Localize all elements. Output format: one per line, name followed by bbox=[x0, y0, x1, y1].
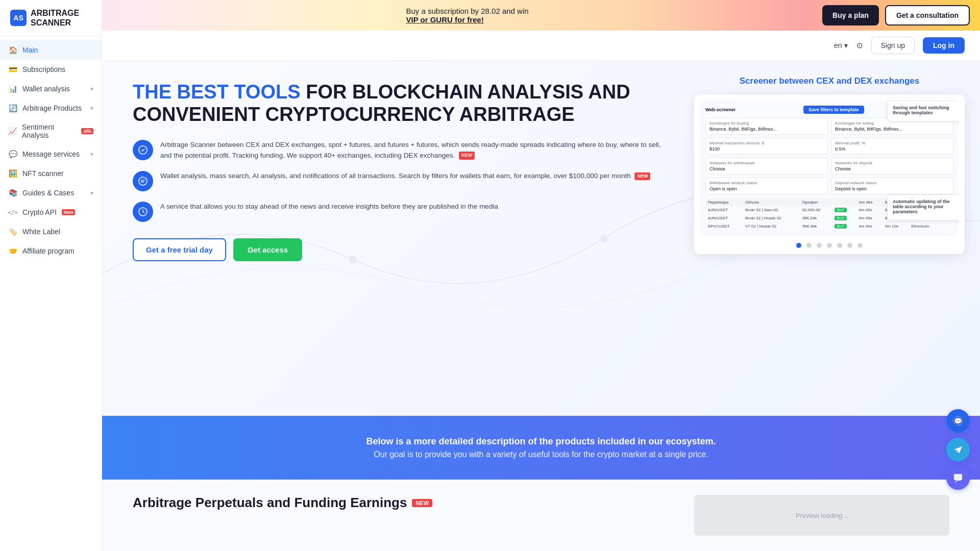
new-badge-feature1: NEW bbox=[459, 152, 475, 160]
carousel-dot-5[interactable] bbox=[837, 243, 842, 248]
cell-time1-3: 4m 40s bbox=[856, 222, 883, 231]
main-content: Buy a subscription by 28.02 and win VIP … bbox=[102, 0, 980, 551]
signup-button[interactable]: Sign up bbox=[871, 37, 915, 54]
sidebar-item-main[interactable]: 🏠 Main bbox=[0, 40, 102, 60]
sidebar-item-affiliate[interactable]: 🤝 Affiliate program bbox=[0, 241, 102, 261]
settings-icon[interactable]: ⚙ bbox=[856, 41, 863, 51]
logo-text-line1: ARBITRAGE bbox=[31, 8, 79, 18]
home-icon: 🏠 bbox=[8, 45, 17, 55]
sidebar-label-white-label: White Label bbox=[22, 228, 60, 236]
chat-fab[interactable] bbox=[946, 466, 970, 490]
feature-item-3: A service that allows you to stay ahead … bbox=[133, 202, 674, 222]
th-pair: Пара/пара bbox=[705, 198, 743, 206]
chevron-down-icon-msg: ▾ bbox=[90, 151, 93, 158]
chevron-lang-icon: ▾ bbox=[844, 41, 848, 49]
sidebar-label-arbitrage: Arbitrage Products bbox=[22, 104, 82, 112]
cell-exchanges-3: V7 02 | Husdx 02 bbox=[743, 222, 800, 231]
nft-icon: 🖼️ bbox=[8, 169, 17, 178]
banner-link[interactable]: VIP or GURU for free! bbox=[406, 15, 483, 24]
white-label-icon: 🏷️ bbox=[8, 227, 17, 236]
access-button[interactable]: Get access bbox=[233, 238, 302, 261]
alfa-badge: alfa bbox=[81, 128, 93, 134]
screener-inner: Web-screener Save filters to template Te… bbox=[700, 101, 959, 236]
blue-banner: Below is a more detailed description of … bbox=[102, 416, 980, 480]
sidebar-label-guides: Guides & Cases bbox=[22, 189, 74, 197]
feature-icon-1 bbox=[133, 140, 153, 160]
hero-title-highlight: THE BEST TOOLS bbox=[133, 81, 301, 103]
new-badge-api: New bbox=[62, 209, 76, 215]
sidebar-item-nft-scanner[interactable]: 🖼️ NFT scanner bbox=[0, 164, 102, 183]
sidebar: AS ARBITRAGE SCANNER 🏠 Main 💳 Subscripti… bbox=[0, 0, 102, 551]
affiliate-icon: 🤝 bbox=[8, 246, 17, 256]
language-selector[interactable]: en ▾ bbox=[834, 41, 848, 49]
consultation-button[interactable]: Get a consultation bbox=[885, 5, 970, 26]
feature-list: Arbitrage Scanner between CEX and DEX ex… bbox=[133, 140, 674, 222]
cell-pair-2: AJN/USDT bbox=[705, 214, 743, 222]
logo-text-line2: SCANNER bbox=[31, 18, 79, 28]
carousel-dot-1[interactable] bbox=[796, 243, 801, 248]
carousel-dot-6[interactable] bbox=[847, 243, 852, 248]
screener-title: Screener between CEX and DEX exchanges bbox=[740, 76, 919, 86]
hero-section: THE BEST TOOLS FOR BLOCKCHAIN ANALYSIS A… bbox=[102, 61, 980, 416]
sidebar-nav: 🏠 Main 💳 Subscriptions 📊 Wallet analysis… bbox=[0, 36, 102, 551]
chevron-down-icon-arb: ▾ bbox=[90, 105, 93, 112]
sidebar-label-messages: Message services bbox=[22, 150, 80, 158]
sidebar-item-guides[interactable]: 📚 Guides & Cases ▾ bbox=[0, 183, 102, 203]
cell-network-3: Ethereum bbox=[909, 222, 953, 231]
cell-pair: AJN/USDT bbox=[705, 206, 743, 214]
arb-new-badge: NEW bbox=[412, 499, 432, 507]
sidebar-item-crypto-api[interactable]: </> Crypto API New bbox=[0, 203, 102, 222]
filter-min-profit: Minimal profit, % 0.5% bbox=[831, 138, 953, 155]
chevron-down-icon: ▾ bbox=[90, 86, 93, 92]
hero-right: Screener between CEX and DEX exchanges W… bbox=[694, 61, 980, 416]
trial-button[interactable]: Get a free trial day bbox=[133, 238, 226, 261]
buy-badge-3: BUY bbox=[835, 224, 847, 229]
svg-text:AS: AS bbox=[13, 14, 23, 22]
blue-banner-title: Below is a more detailed description of … bbox=[133, 436, 949, 447]
cell-exchanges: Brokr 02 | Sam-02 bbox=[743, 206, 800, 214]
svg-text:💬: 💬 bbox=[954, 417, 963, 425]
arbitrage-section: Arbitrage Perpetuals and Funding Earning… bbox=[102, 480, 980, 551]
feature-icon-3 bbox=[133, 202, 153, 222]
sentiment-icon: 📈 bbox=[8, 127, 17, 136]
wallet-icon: 📊 bbox=[8, 84, 17, 93]
sidebar-label-wallet: Wallet analysis bbox=[22, 85, 70, 93]
carousel-dots bbox=[700, 243, 959, 248]
telegram-fab[interactable] bbox=[946, 438, 970, 461]
cell-pair-3: EPIC/USDT bbox=[705, 222, 743, 231]
logo-icon: AS bbox=[10, 10, 27, 26]
sidebar-item-sentiment[interactable]: 📈 Sentiment Analysis alfa bbox=[0, 118, 102, 144]
arb-title: Arbitrage Perpetuals and Funding Earning… bbox=[133, 495, 674, 511]
buy-plan-button[interactable]: Buy a plan bbox=[822, 5, 879, 26]
filter-withdraw-status: Withdrawal network status Open is open bbox=[705, 178, 828, 194]
new-badge-feature2: NEW bbox=[634, 172, 650, 181]
sidebar-item-arbitrage-products[interactable]: 🔄 Arbitrage Products ▾ bbox=[0, 98, 102, 118]
cell-profit: 92,000.00 bbox=[800, 206, 832, 214]
table-row: EPIC/USDT V7 02 | Husdx 02 568.38k BUY 4… bbox=[705, 222, 953, 231]
sidebar-label-affiliate: Affiliate program bbox=[22, 247, 75, 255]
page-header: en ▾ ⚙ Sign up Log in bbox=[102, 31, 980, 61]
blue-banner-subtitle: Our goal is to provide you with a variet… bbox=[133, 450, 949, 459]
sidebar-item-message-services[interactable]: 💬 Message services ▾ bbox=[0, 144, 102, 164]
sidebar-item-subscriptions[interactable]: 💳 Subscriptions bbox=[0, 60, 102, 79]
th-profit: Профит bbox=[800, 198, 832, 206]
feature-item-2: Wallet analysis, mass search, AI analysi… bbox=[133, 171, 674, 191]
carousel-dot-3[interactable] bbox=[817, 243, 822, 248]
sidebar-label-main: Main bbox=[22, 46, 38, 54]
chevron-down-icon-guides: ▾ bbox=[90, 190, 93, 196]
sidebar-item-white-label[interactable]: 🏷️ White Label bbox=[0, 222, 102, 241]
buy-badge: BUY bbox=[835, 208, 847, 212]
tooltip-box-2: Automatic updating of the table accordin… bbox=[887, 194, 959, 220]
sidebar-item-wallet-analysis[interactable]: 📊 Wallet analysis ▾ bbox=[0, 79, 102, 98]
sidebar-label-nft: NFT scanner bbox=[22, 169, 64, 178]
tooltip-title-1: Saving and fast switching through templa… bbox=[893, 105, 958, 115]
carousel-dot-4[interactable] bbox=[827, 243, 832, 248]
carousel-dot-2[interactable] bbox=[806, 243, 812, 248]
filter-deposit-status: Deposit network status Deposit is open bbox=[831, 178, 953, 194]
carousel-dot-7[interactable] bbox=[857, 243, 863, 248]
screener-web-label: Web-screener bbox=[705, 107, 736, 112]
login-button[interactable]: Log in bbox=[923, 37, 965, 54]
th-badge bbox=[832, 198, 856, 206]
whatsapp-fab[interactable]: 💬 bbox=[946, 409, 970, 433]
feature-item-1: Arbitrage Scanner between CEX and DEX ex… bbox=[133, 140, 674, 161]
